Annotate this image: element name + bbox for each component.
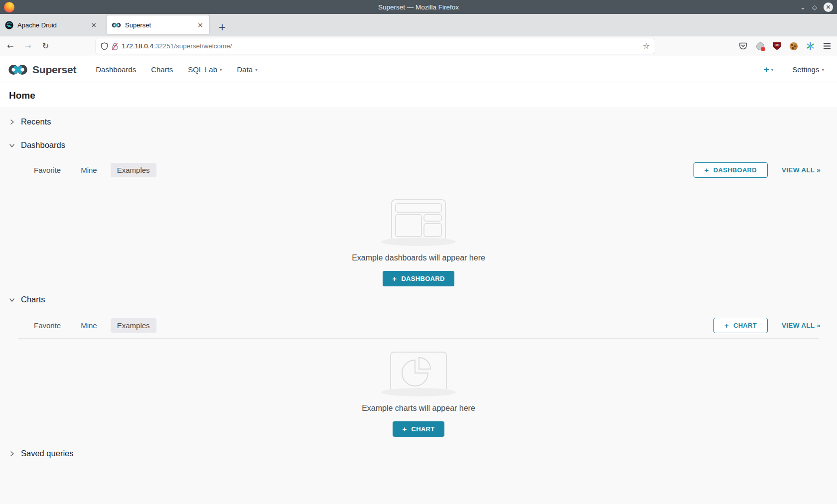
settings-label: Settings [792,65,819,74]
window-close-icon[interactable]: × [824,2,833,12]
dashboards-empty-state: Example dashboards will appear here + DA… [0,186,837,286]
empty-state-text: Example charts will appear here [362,404,475,413]
empty-state-text: Example dashboards will appear here [352,253,485,262]
button-label: DASHBOARD [401,275,444,282]
create-dashboard-button[interactable]: + DASHBOARD [383,271,454,286]
home-content: Recents Dashboards Favorite Mine Example… [0,108,837,504]
url-bar[interactable]: 172.18.0.4:32251/superset/welcome/ ☆ [96,38,655,54]
charts-empty-state: Example charts will appear here + CHART [0,339,837,437]
chevron-right-icon [9,451,15,457]
bookmark-star-icon[interactable]: ☆ [643,42,650,50]
browser-tab-strip: Apache Druid × Superset × + [0,14,837,36]
tab-mine[interactable]: Mine [74,318,104,333]
back-icon[interactable]: ← [7,42,13,50]
new-dashboard-button[interactable]: + DASHBOARD [694,162,768,178]
insecure-lock-icon[interactable] [111,42,119,50]
nav-item-data[interactable]: Data ▾ [230,56,265,83]
section-saved-queries[interactable]: Saved queries [0,449,837,458]
browser-toolbar: ← → ↻ 172.18.0.4:32251/superset/welcome/… [0,36,837,56]
extension-icon[interactable] [756,42,764,50]
tab-favorite[interactable]: Favorite [27,163,67,177]
chevron-down-icon [9,142,15,148]
superset-favicon [112,22,121,28]
forward-icon[interactable]: → [24,42,31,50]
nav-item-label: SQL Lab [188,65,217,74]
window-title: Superset — Mozilla Firefox [0,3,837,11]
section-label: Recents [21,117,51,126]
tab-mine[interactable]: Mine [74,163,104,177]
plus-icon: + [764,65,769,74]
apache-druid-favicon [5,21,13,29]
page-title: Home [9,90,35,101]
view-all-dashboards-link[interactable]: VIEW ALL » [782,166,821,174]
tab-examples[interactable]: Examples [111,163,156,177]
create-chart-button[interactable]: + CHART [393,421,444,437]
chevron-right-icon [9,119,15,125]
empty-dashboard-icon [391,199,446,241]
tracking-shield-icon[interactable] [101,42,108,50]
chevron-down-icon: ▾ [220,67,222,72]
brand-name: Superset [32,64,76,76]
charts-submenu: Favorite Mine Examples + CHART VIEW ALL … [0,318,837,333]
window-titlebar: Superset — Mozilla Firefox ⌄ ◇ × [0,0,837,14]
section-label: Dashboards [21,140,65,150]
nav-item-sql-lab[interactable]: SQL Lab ▾ [180,56,229,83]
tab-close-icon[interactable]: × [90,21,98,29]
nav-item-charts[interactable]: Charts [143,56,180,83]
ublock-origin-icon[interactable]: uO [773,42,781,50]
plus-icon: + [402,425,407,433]
browser-tab-apache-druid[interactable]: Apache Druid × [0,15,103,34]
chevron-down-icon [9,297,15,303]
section-label: Charts [21,295,45,304]
superset-logo-icon [8,64,28,75]
nav-item-label: Dashboards [96,65,136,74]
asterisk-extension-icon[interactable] [807,42,814,50]
pocket-icon[interactable] [739,42,747,50]
url-host: 172.18.0.4 [122,42,153,50]
nav-item-label: Charts [151,65,173,74]
button-label: CHART [412,425,435,433]
icon-shadow [381,388,456,396]
new-tab-icon[interactable]: + [218,22,226,32]
section-charts[interactable]: Charts [0,295,837,304]
window-maximize-icon[interactable]: ◇ [812,4,817,10]
tab-close-icon[interactable]: × [196,21,204,29]
nav-item-dashboards[interactable]: Dashboards [88,56,143,83]
tab-title: Superset [125,21,196,29]
icon-shadow [381,238,456,246]
chevron-down-icon: ▾ [771,67,774,72]
nav-item-label: Data [237,65,253,74]
url-text: 172.18.0.4:32251/superset/welcome/ [122,42,643,50]
page-title-row: Home [0,83,837,108]
browser-tab-superset[interactable]: Superset × [107,15,209,34]
view-all-charts-link[interactable]: VIEW ALL » [782,322,821,329]
ublock-badge-label: uO [775,43,780,50]
superset-brand[interactable]: Superset [8,64,76,76]
button-label: CHART [733,322,757,329]
hamburger-menu-icon[interactable] [823,43,831,49]
tab-examples[interactable]: Examples [111,318,156,333]
button-label: DASHBOARD [713,166,757,174]
plus-icon: + [392,275,397,282]
dashboards-submenu: Favorite Mine Examples + DASHBOARD VIEW … [0,162,837,177]
new-chart-button[interactable]: + CHART [713,318,768,333]
plus-icon: + [704,166,709,174]
section-label: Saved queries [21,449,74,458]
new-item-menu-button[interactable]: + ▾ [764,65,774,74]
window-minimize-icon[interactable]: ⌄ [800,4,806,10]
tab-favorite[interactable]: Favorite [27,318,67,333]
plus-icon: + [724,322,729,329]
section-dashboards[interactable]: Dashboards [0,140,837,150]
chevron-down-icon: ▾ [822,67,824,72]
chevron-down-icon: ▾ [255,67,258,72]
url-path: :32251/superset/welcome/ [153,42,232,50]
settings-menu-button[interactable]: Settings ▾ [792,65,824,74]
section-recents[interactable]: Recents [0,108,837,126]
empty-chart-icon [390,352,447,391]
superset-navbar: Superset Dashboards Charts SQL Lab ▾ Dat… [0,56,837,83]
cookie-extension-icon[interactable] [790,42,798,50]
reload-icon[interactable]: ↻ [42,42,49,50]
tab-title: Apache Druid [17,21,90,29]
